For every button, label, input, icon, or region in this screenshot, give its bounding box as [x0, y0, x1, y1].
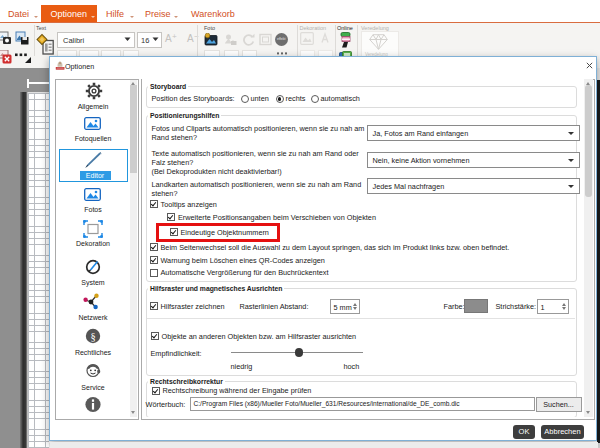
svg-text:§: § — [90, 331, 95, 342]
